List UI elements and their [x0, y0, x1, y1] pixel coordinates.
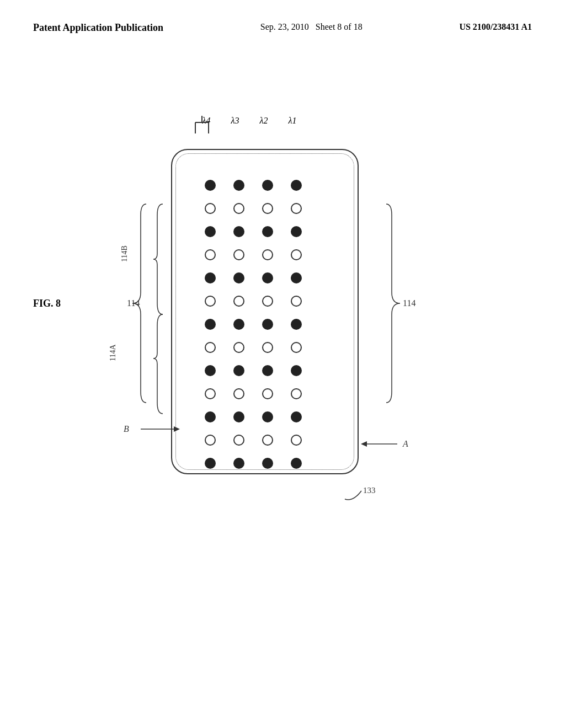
dot-r4c3 [253, 243, 282, 266]
dot-r7c1 [196, 313, 225, 336]
lambda2-text: λ2 [260, 116, 268, 126]
dot-r5c4 [282, 266, 311, 290]
dot-r10c1 [196, 382, 225, 405]
filled-dot [291, 411, 302, 422]
dot-r7c2 [225, 313, 253, 336]
open-dot [291, 342, 302, 353]
arrow-a-head [361, 441, 367, 447]
dot-r2c1 [196, 197, 225, 220]
dot-r2c3 [253, 197, 282, 220]
lambda3-label: λ3 [221, 116, 249, 128]
dot-r8c1 [196, 336, 225, 359]
curve-133 [345, 491, 361, 500]
dot-r3c1 [196, 220, 225, 243]
open-dot [262, 296, 273, 307]
dot-r13c2 [225, 452, 253, 475]
open-dot [205, 342, 216, 353]
filled-dot [233, 411, 244, 422]
dot-r6c4 [282, 290, 311, 313]
filled-dot [233, 272, 244, 283]
label-114b-text: 114B [120, 245, 129, 262]
filled-dot [262, 319, 273, 330]
open-dot [205, 203, 216, 214]
dot-r3c4 [282, 220, 311, 243]
label-114a-text: 114A [109, 344, 117, 361]
dot-r7c3 [253, 313, 282, 336]
open-dot [262, 249, 273, 260]
filled-dot [291, 226, 302, 237]
publication-title: Patent Application Publication [33, 22, 163, 34]
dot-r11c3 [253, 405, 282, 429]
filled-dot [205, 365, 216, 376]
lambda1-text: λ1 [289, 116, 297, 126]
lambda3-text: λ3 [231, 116, 239, 126]
dot-r12c3 [253, 429, 282, 452]
filled-dot [205, 180, 216, 191]
dot-r13c4 [282, 452, 311, 475]
filled-dot [291, 272, 302, 283]
dot-r9c1 [196, 359, 225, 382]
figure-label: FIG. 8 [33, 298, 61, 309]
open-dot [291, 435, 302, 446]
open-dot [233, 435, 244, 446]
open-dot [233, 203, 244, 214]
patent-number: US 2100/238431 A1 [459, 22, 532, 32]
dot-r10c2 [225, 382, 253, 405]
dot-r4c1 [196, 243, 225, 266]
filled-dot [291, 319, 302, 330]
dot-r8c3 [253, 336, 282, 359]
open-dot [291, 203, 302, 214]
sheet-info: Sheet 8 of 18 [316, 22, 363, 31]
dot-r10c3 [253, 382, 282, 405]
dot-r6c2 [225, 290, 253, 313]
dot-r9c3 [253, 359, 282, 382]
dot-r11c2 [225, 405, 253, 429]
dot-r11c4 [282, 405, 311, 429]
left-brace-114a [153, 314, 163, 414]
dot-r7c4 [282, 313, 311, 336]
filled-dot [262, 458, 273, 469]
dot-r8c2 [225, 336, 253, 359]
dot-r12c1 [196, 429, 225, 452]
filled-dot [233, 365, 244, 376]
filled-dot [262, 411, 273, 422]
right-brace-114 [386, 204, 400, 403]
open-dot [205, 249, 216, 260]
dot-r4c2 [225, 243, 253, 266]
dot-r5c1 [196, 266, 225, 290]
filled-dot [291, 458, 302, 469]
filled-dot [291, 365, 302, 376]
dot-r1c3 [253, 174, 282, 197]
dot-r2c4 [282, 197, 311, 220]
filled-dot [205, 411, 216, 422]
filled-dot [233, 458, 244, 469]
dot-r6c3 [253, 290, 282, 313]
filled-dot [262, 365, 273, 376]
filled-dot [233, 226, 244, 237]
open-dot [205, 388, 216, 399]
lambda1-label: λ1 [278, 116, 307, 128]
dot-r8c4 [282, 336, 311, 359]
dot-r3c2 [225, 220, 253, 243]
label-b-text: B [124, 424, 129, 433]
open-dot [262, 342, 273, 353]
dot-r12c4 [282, 429, 311, 452]
open-dot [262, 203, 273, 214]
open-dot [233, 388, 244, 399]
dot-r1c2 [225, 174, 253, 197]
open-dot [233, 249, 244, 260]
open-dot [233, 296, 244, 307]
filled-dot [262, 226, 273, 237]
lambda-labels: λ4 λ3 λ2 [192, 116, 307, 128]
dot-r11c1 [196, 405, 225, 429]
filled-dot [262, 272, 273, 283]
filled-dot [233, 319, 244, 330]
dot-r9c4 [282, 359, 311, 382]
open-dot [262, 435, 273, 446]
label-114-right-text: 114 [403, 298, 415, 308]
open-dot [233, 342, 244, 353]
filled-dot [205, 272, 216, 283]
dot-r6c1 [196, 290, 225, 313]
dot-grid [196, 174, 311, 475]
lambda2-label: λ2 [249, 116, 278, 128]
